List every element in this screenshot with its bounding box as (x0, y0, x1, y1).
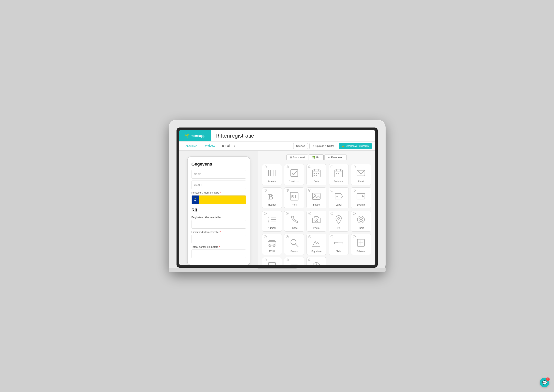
svg-rect-23 (336, 173, 337, 174)
filter-standaard[interactable]: ⊞ Standaard (286, 154, 308, 160)
logo-text: moreapp (191, 134, 206, 138)
svg-point-32 (314, 195, 316, 196)
widget-checkbox[interactable]: i Checkbox (284, 164, 304, 185)
kenteken-label: Kenteken, Merk en Type * (192, 191, 246, 194)
widget-number[interactable]: i 1 2 3 Num (262, 211, 282, 231)
datetime-icon (333, 168, 344, 179)
back-button[interactable]: ← Annuleren (182, 144, 197, 147)
svg-line-53 (295, 244, 298, 247)
filter-favorieten[interactable]: ★ Favorieten (324, 154, 347, 160)
widget-signature[interactable]: i Signature (306, 234, 327, 255)
number-label: Number (268, 227, 276, 229)
textarea-icon (289, 260, 300, 265)
svg-point-43 (316, 220, 317, 221)
eindstand-field[interactable] (192, 235, 246, 243)
info-icon: i (331, 189, 333, 192)
widget-label[interactable]: i Label (329, 187, 349, 208)
chat-badge: 2 (546, 378, 550, 381)
datum-field: Datum (192, 181, 246, 189)
widget-search[interactable]: i Search (284, 234, 304, 255)
svg-rect-7 (275, 170, 275, 176)
time-icon (311, 260, 322, 265)
subform-icon (355, 237, 366, 248)
widget-subform[interactable]: i Subform (351, 234, 371, 255)
widget-header[interactable]: i B Header (262, 187, 282, 208)
tab-more-icon[interactable]: › (234, 144, 235, 148)
info-icon: i (353, 189, 355, 192)
license-plate-field[interactable]: ★ NL (192, 195, 246, 204)
widget-datetime[interactable]: i Dateti (329, 164, 349, 185)
widget-html[interactable]: i 5 Html (284, 187, 304, 208)
info-icon: i (286, 212, 289, 215)
rdw-icon (266, 237, 277, 248)
info-icon: i (353, 166, 355, 168)
widget-rdw[interactable]: i RDW (262, 234, 282, 255)
section-rit: Rit (192, 208, 246, 213)
widget-text[interactable]: i Text (262, 257, 282, 265)
country-code: NL (194, 200, 196, 202)
info-icon: i (264, 166, 267, 168)
widget-barcode[interactable]: i Barcode (262, 164, 282, 185)
svg-point-49 (269, 245, 271, 246)
save-publish-button[interactable]: 🔒 Opslaan & Publiceren (339, 143, 372, 149)
widget-pin[interactable]: i Pin (329, 211, 349, 231)
widget-image[interactable]: i Image (306, 187, 327, 208)
save-button[interactable]: Opslaan (293, 143, 308, 149)
barcode-icon (266, 168, 277, 179)
chat-button[interactable]: 💬 2 (540, 378, 549, 387)
widget-date[interactable]: i (306, 164, 327, 185)
widget-slider[interactable]: i Slider (329, 234, 349, 255)
info-icon: i (331, 235, 333, 238)
email-icon (355, 168, 366, 179)
widget-time[interactable]: i Time (306, 257, 327, 265)
widget-filter-tabs: ⊞ Standaard 🌿 Pro ★ Favorieten (262, 154, 371, 160)
publish-icon: 🔒 (342, 145, 345, 147)
info-icon: i (331, 166, 333, 168)
photo-label: Photo (313, 227, 320, 229)
signature-label: Signature (312, 250, 321, 253)
widget-lookup[interactable]: i Lookup (351, 187, 371, 208)
filter-pro[interactable]: 🌿 Pro (309, 154, 324, 160)
svg-rect-3 (271, 170, 271, 176)
photo-icon (311, 214, 322, 225)
laptop-frame: 🌱 moreapp Rittenregistratie ← Annuleren … (169, 120, 386, 272)
svg-rect-62 (268, 263, 276, 265)
svg-marker-58 (343, 242, 343, 244)
info-icon: i (308, 189, 311, 192)
email-label: Email (358, 180, 364, 183)
widgets-grid: i Barcode i (262, 164, 371, 265)
image-icon (311, 191, 322, 202)
svg-rect-5 (273, 170, 273, 176)
datetime-label: Datetime (334, 180, 343, 183)
svg-text:B: B (268, 192, 273, 201)
widget-photo[interactable]: i Photo (306, 211, 327, 231)
leaf-icon: 🌱 (185, 133, 189, 138)
tab-email[interactable]: E-mail (219, 141, 233, 150)
tab-widgets[interactable]: Widgets (202, 141, 218, 150)
svg-rect-0 (268, 170, 269, 176)
widget-email[interactable]: i Email (351, 164, 371, 185)
date-label: Date (314, 180, 319, 183)
html-label: Html (292, 203, 297, 206)
mobile-frame: Gegevens Naam Datum Kenteken, Merk en Ty… (187, 156, 250, 265)
license-input[interactable] (199, 196, 246, 204)
info-icon: i (308, 212, 311, 215)
beginstand-field[interactable] (192, 220, 246, 229)
info-icon: i (308, 235, 311, 238)
info-icon: i (286, 235, 289, 238)
svg-rect-15 (316, 173, 317, 174)
save-close-button[interactable]: ⊗ Opslaan & Sluiten (309, 143, 337, 149)
widget-phone[interactable]: i Phone (284, 211, 304, 231)
svg-rect-17 (313, 175, 315, 176)
logo: 🌱 moreapp (179, 130, 211, 141)
info-icon: i (353, 212, 355, 215)
totaal-field[interactable] (192, 250, 246, 258)
info-icon: i (308, 166, 311, 168)
screen-border: 🌱 moreapp Rittenregistratie ← Annuleren … (177, 127, 378, 268)
checkbox-icon (289, 168, 300, 179)
widget-textarea[interactable]: i Text Area (284, 257, 304, 265)
widget-radio[interactable]: i Radio (351, 211, 371, 231)
svg-text:5: 5 (291, 194, 294, 199)
info-icon: i (286, 189, 289, 192)
svg-rect-8 (276, 170, 276, 176)
